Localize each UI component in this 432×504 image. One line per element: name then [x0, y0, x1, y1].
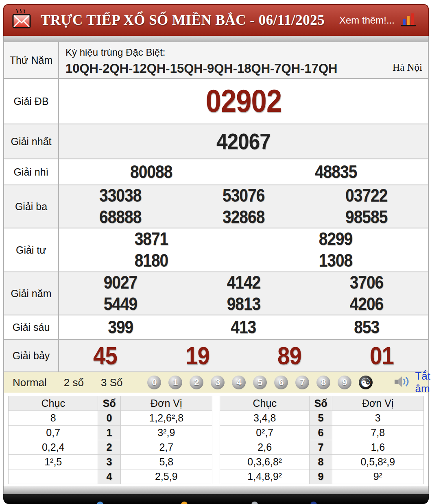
prize-label: Giải bảy — [4, 340, 59, 371]
prize-row-fifth: Giải năm 9027 4142 3706 5449 9813 4206 — [4, 272, 428, 315]
table-row: 2,6 7 1,6 — [220, 440, 424, 455]
prize-number: 02902 — [205, 82, 281, 120]
prize-number: 33038 — [100, 185, 142, 206]
digit-cell: 7 — [310, 440, 332, 455]
prize-number: 5449 — [104, 293, 137, 315]
prize-number: 4142 — [227, 272, 260, 293]
prize-number: 01 — [370, 341, 394, 371]
digit-cell: 0 — [98, 411, 120, 426]
table-row: 1,4,8,9² 9 9² — [220, 469, 424, 484]
units-cell: 5,8 — [120, 455, 212, 469]
prize-label: Giải ĐB — [4, 79, 59, 124]
prize-number: 19 — [185, 341, 209, 371]
header-bar: TRỰC TIẾP XỔ SỐ MIỀN BẮC - 06/11/2025 Xe… — [3, 4, 429, 36]
digit-cell: 6 — [310, 426, 332, 440]
bar-chart-icon[interactable] — [400, 12, 417, 28]
table-row: 0²,7 6 7,8 — [220, 426, 424, 440]
units-cell: 2,5,9 — [120, 469, 212, 484]
digit-cell: 9 — [310, 469, 332, 484]
digit-cell: 1 — [98, 426, 120, 440]
prize-row-sixth: Giải sáu 399 413 853 — [4, 315, 428, 339]
units-cell: 3 — [332, 411, 423, 426]
digit-ball-0[interactable]: 0 — [147, 376, 161, 389]
units-cell: 7,8 — [332, 426, 423, 440]
stats-table-right: Chục Số Đơn Vị 3,4,8 5 3 0²,7 6 7,8 2,6 … — [220, 396, 424, 484]
prize-label: Giải ba — [4, 185, 59, 228]
prize-number: 68888 — [100, 206, 142, 228]
column-header: Chục — [9, 396, 98, 411]
digit-ball-7[interactable]: 7 — [295, 376, 309, 389]
prize-label: Giải sáu — [4, 315, 59, 339]
digit-ball-group: 0 1 2 3 4 5 6 7 8 9 ☯ — [147, 376, 373, 389]
digit-ball-2[interactable]: 2 — [190, 376, 203, 389]
digit-ball-8[interactable]: 8 — [316, 376, 330, 389]
units-cell: 1,6 — [332, 440, 423, 455]
mute-label: Tắt âm — [415, 370, 430, 395]
weekday-label: Thứ Năm — [4, 42, 59, 78]
table-row: 3,4,8 5 3 — [220, 411, 424, 426]
column-header: Đơn Vị — [120, 396, 212, 411]
table-row: 0,7 1 3²,9 — [9, 426, 212, 440]
table-row: 4 2,5,9 — [9, 469, 212, 484]
column-header: Số — [98, 396, 120, 411]
prize-label: Giải tư — [4, 228, 59, 272]
prize-number: 4206 — [350, 293, 384, 315]
mode-2so-button[interactable]: 2 số — [55, 376, 92, 389]
prize-row-seventh: Giải bảy 45 19 89 01 — [4, 339, 428, 371]
prize-row-fourth: Giải tư 3871 8299 8180 1308 — [4, 228, 428, 272]
stats-table-left: Chục Số Đơn Vị 8 0 1,2,6²,8 0,7 1 3²,9 0… — [8, 396, 212, 484]
digit-cell: 4 — [98, 469, 120, 484]
tens-cell: 3,4,8 — [220, 411, 310, 426]
prize-number: 53076 — [223, 185, 264, 206]
mode-normal-button[interactable]: Normal — [4, 376, 55, 389]
units-cell: 9² — [332, 469, 423, 484]
prize-number: 1308 — [319, 250, 353, 272]
bottom-black-bar — [3, 494, 429, 504]
prize-number: 3706 — [350, 272, 384, 293]
region-label: Hà Nội — [393, 59, 422, 76]
prize-label: Giải năm — [4, 272, 59, 315]
prize-number: 03722 — [345, 185, 387, 206]
see-more-link[interactable]: Xem thêm!... — [339, 15, 395, 26]
mode-3so-button[interactable]: 3 Số — [92, 376, 131, 389]
table-row: 8 0 1,2,6²,8 — [9, 411, 212, 426]
units-cell: 2,7 — [120, 440, 212, 455]
column-header: Đơn Vị — [332, 396, 423, 411]
digit-ball-5[interactable]: 5 — [253, 376, 267, 389]
prize-number: 89 — [277, 341, 301, 371]
table-row: 0,2,4 2 2,7 — [9, 440, 212, 455]
prize-label: Giải nhất — [4, 124, 59, 159]
digit-ball-4[interactable]: 4 — [232, 376, 246, 389]
digit-ball-6[interactable]: 6 — [274, 376, 288, 389]
prize-row-third: Giải ba 33038 53076 03722 68888 32868 98… — [4, 185, 428, 228]
bottom-gray-bar — [3, 486, 429, 494]
units-cell: 0,5,8²,9 — [332, 455, 423, 469]
speaker-icon — [394, 375, 411, 390]
prize-label: Giải nhì — [4, 159, 59, 185]
yin-yang-icon[interactable]: ☯ — [359, 376, 373, 389]
prize-number: 8299 — [319, 228, 353, 250]
prize-row-first: Giải nhất 42067 — [4, 124, 428, 159]
prize-number: 413 — [231, 317, 256, 338]
prize-number: 98585 — [345, 206, 387, 228]
units-cell: 3²,9 — [120, 426, 212, 440]
digit-ball-1[interactable]: 1 — [168, 376, 182, 389]
digit-cell: 3 — [98, 455, 120, 469]
units-cell: 1,2,6²,8 — [120, 411, 212, 426]
prize-number: 399 — [108, 317, 133, 338]
prize-number: 45 — [93, 341, 117, 371]
mute-button[interactable]: Tắt âm — [394, 370, 430, 395]
digit-ball-9[interactable]: 9 — [338, 376, 351, 389]
digit-cell: 2 — [98, 440, 120, 455]
stats-section: Chục Số Đơn Vị 8 0 1,2,6²,8 0,7 1 3²,9 0… — [3, 393, 429, 486]
tens-cell: 0,2,4 — [9, 440, 98, 455]
tens-cell: 8 — [9, 411, 98, 426]
digit-ball-3[interactable]: 3 — [211, 376, 225, 389]
tens-cell: 2,6 — [220, 440, 310, 455]
tens-cell: 1,4,8,9² — [220, 469, 310, 484]
prize-row-second: Giải nhì 80088 48835 — [4, 159, 428, 185]
sign-row: Thứ Năm Ký hiệu trúng Đặc Biệt: 10QH-2QH… — [4, 41, 428, 78]
table-row: 0,3,6,8² 8 0,5,8²,9 — [220, 455, 424, 469]
prize-number: 9027 — [104, 272, 137, 293]
prize-number: 853 — [354, 317, 379, 338]
